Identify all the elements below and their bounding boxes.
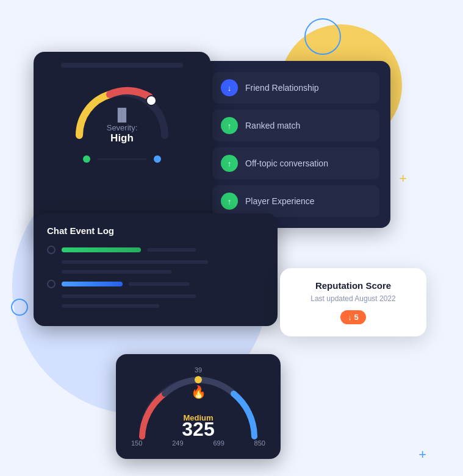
- card-header-line: [61, 63, 183, 68]
- down-arrow-icon: ↓: [221, 79, 238, 96]
- events-card: ↓ Friend Relationship ↑ Ranked match ↑ O…: [201, 61, 390, 228]
- score-flame-icon: 🔥: [191, 385, 206, 399]
- chat-sep-4: [62, 304, 159, 308]
- event-label-ranked: Ranked match: [245, 121, 300, 130]
- score-gauge-container: 39 🔥 Medium 325: [131, 366, 265, 446]
- reputation-title: Reputation Score: [293, 280, 413, 291]
- event-item-ranked[interactable]: ↑ Ranked match: [212, 110, 379, 141]
- bg-circle-outline: [304, 18, 341, 55]
- bar-line-1: [147, 248, 196, 252]
- dot-green: [83, 155, 90, 163]
- event-label-offtopic: Off-topic conversation: [245, 158, 328, 168]
- reputation-subtitle: Last updated August 2022: [293, 294, 413, 303]
- bar-green: [62, 247, 141, 252]
- bar-line-2: [129, 282, 190, 286]
- bg-circle-outline-small: [11, 299, 28, 316]
- dot-line: [98, 158, 146, 160]
- chat-log-title: Chat Event Log: [47, 226, 264, 236]
- radio-dot-2: [47, 280, 56, 288]
- severity-gauge: ▐▌ Severity: High: [67, 77, 177, 144]
- chat-row-1: [47, 246, 264, 254]
- dot-blue: [154, 155, 161, 163]
- chat-log-card: Chat Event Log: [34, 213, 278, 326]
- up-arrow-icon-ranked: ↑: [221, 117, 238, 134]
- event-label-friend: Friend Relationship: [245, 83, 319, 93]
- score-top-label: 39: [195, 366, 202, 374]
- gauge-center-label: ▐▌ Severity: High: [107, 108, 138, 144]
- up-arrow-icon-player: ↑: [221, 193, 238, 210]
- severity-card: ▐▌ Severity: High: [34, 52, 210, 241]
- event-item-player[interactable]: ↑ Player Experience: [212, 185, 379, 217]
- chat-sep-2: [62, 270, 171, 274]
- bar-blue: [62, 282, 123, 286]
- svg-point-0: [146, 96, 156, 105]
- chat-row-2: [47, 280, 264, 288]
- chat-sep-3: [62, 294, 196, 298]
- svg-point-1: [195, 376, 202, 383]
- dots-row: [83, 155, 161, 163]
- scene: + + ↓ Friend Relationship ↑ Ranked match…: [0, 0, 463, 476]
- event-label-player: Player Experience: [245, 196, 315, 206]
- reputation-card: Reputation Score Last updated August 202…: [280, 268, 426, 336]
- reputation-badge: ↓ 5: [340, 310, 365, 324]
- bar-chart-icon: ▐▌: [107, 108, 138, 122]
- severity-text-label: Severity:: [107, 123, 138, 132]
- up-arrow-icon-offtopic: ↑: [221, 155, 238, 172]
- score-value: 325: [182, 418, 214, 441]
- event-item-friend[interactable]: ↓ Friend Relationship: [212, 72, 379, 104]
- severity-value: High: [107, 132, 138, 144]
- radio-dot-1: [47, 246, 56, 254]
- score-card: 39 🔥 Medium 325 150 249 699 850: [116, 354, 281, 459]
- event-item-offtopic[interactable]: ↑ Off-topic conversation: [212, 147, 379, 179]
- plus-yellow-icon: +: [399, 171, 407, 186]
- plus-blue-icon: +: [418, 447, 426, 463]
- chat-sep-1: [62, 260, 208, 264]
